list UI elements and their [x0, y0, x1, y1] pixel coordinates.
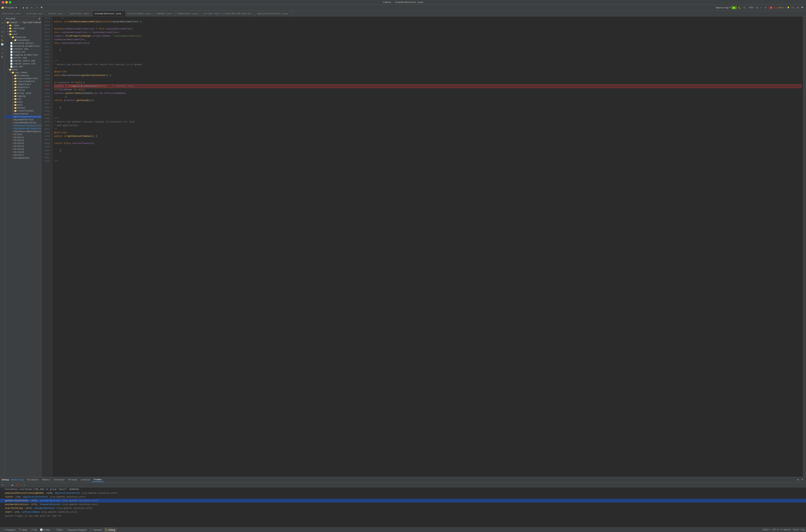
tab-profiler[interactable]: 📊 Profiler — [38, 528, 52, 532]
tab-webRuleSet[interactable]: WebRuleSet.java ✕ — [176, 11, 202, 16]
close-button[interactable] — [2, 1, 4, 4]
stack-frame-3[interactable]: postWorkDirectory :6755, StandardContext… — [0, 502, 806, 506]
charChunk-tab-close[interactable]: ✕ — [21, 13, 22, 15]
tab-charChunk[interactable]: CharChunk.java ✕ — [0, 11, 25, 16]
tree-server-xml[interactable]: 📄 server.xml — [5, 56, 41, 59]
tree-tomcat-root[interactable]: ▼ 📁 tomcat – /gitlab/tomcat — [5, 21, 41, 24]
tree-nio1[interactable]: ▶ 📁 nio1 — [5, 100, 41, 103]
debug-icon[interactable]: 🐛 — [0, 38, 4, 42]
tree-DataSourceFiledListener[interactable]: C DataSourceFiledListener — [5, 127, 41, 130]
tree-bin[interactable]: ▶ 📁 bin — [5, 30, 41, 33]
tree-web-xml[interactable]: 📄 web.xml — [5, 65, 41, 68]
settings-btn[interactable]: ⚙ — [796, 6, 800, 9]
tab-webXml[interactable]: WebXml.java ✕ — [155, 11, 176, 16]
tree-ELTest7[interactable]: C ELTest7 — [5, 154, 41, 156]
tree-ELTest4[interactable]: C ELTest4 — [5, 145, 41, 148]
endpoints-icon[interactable]: ⊕ — [0, 51, 4, 55]
webRuleSet-tab-close[interactable]: ✕ — [199, 13, 200, 15]
tree-catalina[interactable]: ▼ 📁 Catalina — [5, 36, 41, 39]
tree-filter[interactable]: ▶ 📁 filter — [5, 89, 41, 92]
refresh-btn[interactable]: ↻ — [30, 6, 33, 9]
step-into-btn[interactable]: ↓ — [5, 483, 7, 487]
tab-git-bottom[interactable]: ⎇ Git — [29, 528, 38, 532]
webXml-tab-close[interactable]: ✕ — [173, 13, 174, 15]
navigate-btn[interactable]: 🔍 — [40, 6, 44, 9]
step-out-btn[interactable]: ↑ — [8, 483, 11, 487]
step-over-btn[interactable]: ↷ — [1, 483, 4, 487]
tree-settings[interactable]: ▶ 📁 .settings — [5, 27, 41, 30]
servletTest-tab-close[interactable]: ✕ — [252, 13, 254, 15]
bookmarks-icon[interactable]: ★ — [0, 26, 4, 30]
git-update-btn[interactable]: ⬇ — [755, 6, 758, 9]
tree-ELTest3[interactable]: C ELTest3 — [5, 142, 41, 145]
tree-logging-properties[interactable]: 📄 logging.properties — [5, 54, 41, 56]
structure-icon[interactable]: S — [0, 21, 4, 25]
tree-EscapedTest[interactable]: C EscapedTest — [5, 156, 41, 159]
tree-catalina-properties[interactable]: 📄 catalina.properties — [5, 44, 41, 48]
tab-applicationContext[interactable]: ApplicationContext.java ✕ — [256, 11, 292, 16]
stack-frame-1[interactable]: <init> :134, ApplicationContext (org.apa… — [0, 495, 806, 499]
tree-group-send[interactable]: ▶ 📁 group.send — [5, 92, 41, 95]
project-label[interactable]: 📁 Project ▼ — [1, 6, 17, 9]
tree-catalina-policy[interactable]: 📄 catalina.policy — [5, 42, 41, 44]
debug-tab-console[interactable]: Console — [79, 478, 92, 482]
tab-problems[interactable]: ⚠ Problems — [2, 528, 17, 532]
tab-terminal[interactable]: >_ Terminal — [89, 528, 104, 532]
tab-standardContext[interactable]: StandardContext.java ✕ — [93, 11, 125, 16]
tree-BasicValue[interactable]: C BasicValue — [5, 112, 41, 115]
minimize-button[interactable] — [5, 1, 8, 4]
tree-ClassReaderUtils[interactable]: C ClassReaderUtils — [5, 121, 41, 124]
confWebXml-tab-close[interactable]: ✕ — [43, 13, 44, 15]
forward-btn[interactable]: ▶ — [26, 6, 29, 9]
run-button[interactable]: ▶ — [731, 6, 736, 9]
debug-tab-overhead[interactable]: Overhead — [52, 478, 66, 482]
stack-frame-5[interactable]: start :148, LifecycleBase (org.apache.ca… — [0, 510, 806, 514]
tree-ELTest2[interactable]: C ELTest2 — [5, 139, 41, 142]
debug-tab-variables[interactable]: Variables — [25, 478, 40, 482]
build-button[interactable]: 🔨 — [743, 6, 747, 9]
debug-running-status[interactable]: ✓ "localhost-startStop-1"@1,886 in group… — [0, 488, 806, 491]
tab-confWebXml[interactable]: conf/web.xml ✕ — [25, 11, 46, 16]
code-scroll-area[interactable]: 2613 2614 2615 2616 2617 2618 2619 2620 … — [41, 16, 803, 477]
tree-classloadertest[interactable]: ▶ 📁 classloadertest — [5, 77, 41, 80]
jspServlet-tab-close[interactable]: ✕ — [90, 13, 91, 15]
dump-threads-btn[interactable]: ≡ — [23, 483, 26, 487]
tree-ELTest6[interactable]: C ELTest6 — [5, 151, 41, 154]
resume-btn[interactable]: ▶ — [11, 483, 14, 487]
tab-sequence-diagram[interactable]: ↕ Sequence Diagram — [64, 528, 89, 532]
tree-java[interactable]: ▼ 📁 java — [5, 68, 41, 71]
applicationContext-tab-close[interactable]: ✕ — [289, 13, 290, 15]
debug-tab-memory[interactable]: Memory — [41, 478, 52, 482]
tab-servletTest[interactable]: servlet-test-1.0_bak/WEB-INF/web.xml ✕ — [202, 11, 256, 16]
tree-classloadtest[interactable]: ▶ 📁 classloadtest — [5, 80, 41, 83]
tree-ELTest5[interactable]: C ELTest5 — [5, 148, 41, 151]
run-icon[interactable]: ▶ — [0, 34, 4, 38]
tree-digesterx[interactable]: ▶ 📁 digesterx — [5, 86, 41, 89]
tree-transformlet[interactable]: ▶ 📁 transformlet — [5, 110, 41, 112]
back-btn[interactable]: ◀ — [21, 6, 25, 9]
tree-pool[interactable]: ▶ 📁 pool — [5, 103, 41, 107]
stack-frame-2[interactable]: getServletContext :2632, StandardContext… — [0, 499, 806, 502]
tree-com-luban[interactable]: ▼ 📁 com.luban — [5, 71, 41, 74]
tree-context-xml[interactable]: 📄 context.xml — [5, 48, 41, 51]
tree-ByteBufferTest[interactable]: C ByteBufferTest — [5, 118, 41, 121]
debug-tab-frames[interactable]: Frames — [92, 478, 104, 482]
tomcat-tab-close[interactable]: ✕ — [64, 13, 65, 15]
tree-idea[interactable]: ▶ 📁 .idea — [5, 24, 41, 27]
tree-socket[interactable]: ▶ 📁 socket — [5, 107, 41, 110]
tree-ELTest1[interactable]: C ELTest1 — [5, 136, 41, 139]
tab-tomcat[interactable]: Tomcat.java ✕ — [46, 11, 67, 16]
project-view-icon[interactable]: P — [0, 17, 4, 21]
tree-settings-icon[interactable]: ⚙ — [39, 17, 40, 20]
tree-nio[interactable]: ▶ 📁 nio — [5, 98, 41, 100]
tree-broadcast[interactable]: ▶ 📁 broadcast — [5, 74, 41, 77]
database-icon[interactable]: 🗄 — [0, 55, 4, 59]
tree-tomcat-users-xml[interactable]: 📄 tomcat-users.xml — [5, 59, 41, 62]
tree-DataSourceMethodListener[interactable]: C DataSourceMethodListener — [5, 130, 41, 133]
run-config-dropdown[interactable]: ▼ — [729, 6, 731, 9]
tree-ELTest[interactable]: C ELTest — [5, 133, 41, 136]
search-everywhere-btn[interactable]: 🔍 — [801, 6, 805, 9]
debug-tab-threads[interactable]: Threads — [66, 478, 79, 482]
tree-tomcat-users-xsd[interactable]: 📄 tomcat-users.xsd — [5, 62, 41, 65]
tree-DataSourceClassListener[interactable]: C DataSourceClassListener — [5, 124, 41, 127]
